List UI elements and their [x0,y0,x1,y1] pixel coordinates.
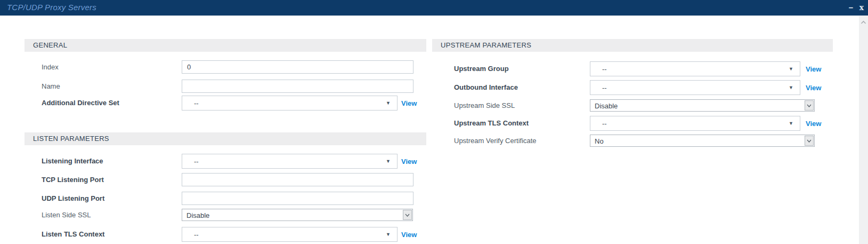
tcp-udp-proxy-servers-dialog: TCP/UDP Proxy Servers – x GENERAL Index … [0,0,868,244]
select-arrow-button [805,100,814,111]
additional-directive-set-label: Additional Directive Set [42,99,119,107]
additional-directive-set-dropdown[interactable]: -- ▼ [182,96,398,111]
tcp-listening-port-input[interactable] [182,173,413,186]
listen-tls-context-dropdown[interactable]: -- ▼ [182,227,398,242]
upstream-group-value: -- [602,65,607,73]
chevron-down-icon: ▼ [789,85,793,90]
listening-interface-label: Listening Interface [42,157,103,166]
select-arrow-button [805,136,814,146]
general-section-header: GENERAL [25,39,426,52]
vertical-scrollbar[interactable] [859,16,868,244]
chevron-down-icon [807,139,812,143]
upstream-side-ssl-value: Disable [595,101,618,109]
listen-side-ssl-select[interactable]: Disable [182,209,413,221]
listen-tls-context-label: Listen TLS Context [42,230,104,239]
listen-tls-context-view-link[interactable]: View [401,231,417,239]
name-label: Name [42,82,60,91]
chevron-down-icon: ▼ [386,232,391,237]
upstream-verify-certificate-select[interactable]: No [590,135,815,147]
scroll-up-icon[interactable] [861,20,866,25]
dialog-title: TCP/UDP Proxy Servers [7,3,96,12]
upstream-group-view-link[interactable]: View [806,65,821,73]
listening-interface-dropdown[interactable]: -- ▼ [182,154,398,169]
upstream-verify-certificate-label: Upstream Verify Certificate [454,137,537,145]
outbound-interface-view-link[interactable]: View [806,84,821,92]
udp-listening-port-input[interactable] [182,192,413,205]
dialog-titlebar: TCP/UDP Proxy Servers – x [0,0,868,15]
tcp-listening-port-label: TCP Listening Port [42,176,104,184]
listening-interface-value: -- [194,158,199,166]
upstream-group-dropdown[interactable]: -- ▼ [590,61,800,76]
index-label: Index [42,63,59,72]
name-input[interactable] [182,80,413,93]
chevron-down-icon: ▼ [789,66,793,72]
minimize-button[interactable]: – [846,2,856,13]
chevron-down-icon: ▼ [386,100,391,106]
listen-side-ssl-value: Disable [186,211,209,219]
titlebar-divider [0,15,868,16]
chevron-down-icon [807,104,812,107]
udp-listening-port-label: UDP Listening Port [42,194,104,203]
upstream-tls-context-dropdown[interactable]: -- ▼ [590,116,800,131]
upstream-tls-context-label: Upstream TLS Context [454,119,529,128]
upstream-group-label: Upstream Group [454,65,509,73]
additional-directive-set-view-link[interactable]: View [401,99,417,107]
listen-parameters-section-header: LISTEN PARAMETERS [25,132,426,145]
select-arrow-button [403,210,412,220]
upstream-tls-context-view-link[interactable]: View [806,120,821,128]
listen-tls-context-value: -- [194,231,199,239]
chevron-down-icon: ▼ [386,159,391,164]
outbound-interface-label: Outbound Interface [454,83,518,92]
upstream-parameters-section-header: UPSTREAM PARAMETERS [432,39,833,52]
upstream-tls-context-value: -- [602,120,607,128]
close-button[interactable]: x [857,2,866,14]
outbound-interface-value: -- [602,84,607,92]
upstream-side-ssl-select[interactable]: Disable [590,99,815,112]
upstream-side-ssl-label: Upstream Side SSL [454,101,515,110]
listen-side-ssl-label: Listen Side SSL [42,211,91,219]
additional-directive-set-value: -- [194,99,199,107]
outbound-interface-dropdown[interactable]: -- ▼ [590,80,800,95]
chevron-down-icon [405,214,410,217]
chevron-down-icon: ▼ [789,121,793,126]
listening-interface-view-link[interactable]: View [401,158,417,166]
upstream-verify-certificate-value: No [595,137,604,145]
index-input[interactable] [182,60,413,74]
